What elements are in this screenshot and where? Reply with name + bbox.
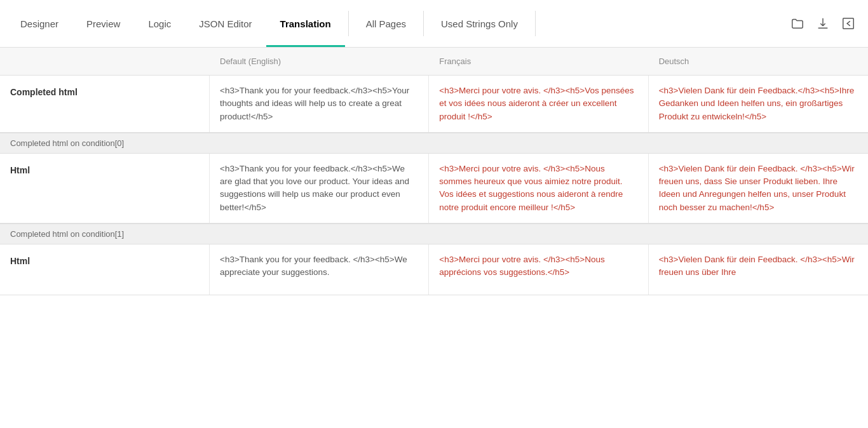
back-icon[interactable] [841, 17, 855, 30]
col-german: Deutsch [649, 53, 868, 70]
default-en-cell[interactable]: <h3>Thank you for your feedback.</h3><h5… [210, 76, 429, 132]
folder-icon[interactable] [790, 17, 804, 30]
download-icon[interactable] [816, 17, 830, 30]
nav-item-used-strings-only[interactable]: Used Strings Only [427, 0, 532, 47]
nav-divider-1 [348, 11, 349, 36]
field-name-cell: Html [0, 244, 210, 295]
german-cell[interactable]: <h3>Vielen Dank für dein Feedback. </h3>… [649, 154, 868, 223]
table-row: Html <h3>Thank you for your feedback.</h… [0, 154, 868, 224]
table-row: Completed html <h3>Thank you for your fe… [0, 76, 868, 133]
french-cell[interactable]: <h3>Merci pour votre avis. </h3><h5>Vos … [429, 76, 648, 132]
french-cell[interactable]: <h3>Merci pour votre avis. </h3><h5>Nous… [429, 154, 648, 223]
table-row: Html <h3>Thank you for your feedback. </… [0, 244, 868, 295]
nav-item-all-pages[interactable]: All Pages [352, 0, 420, 47]
nav-divider-3 [535, 11, 536, 36]
col-french: Français [429, 53, 648, 70]
nav-divider-2 [423, 11, 424, 36]
default-en-cell[interactable]: <h3>Thank you for your feedback. </h3><h… [210, 244, 429, 295]
section-label: Completed html on condition[0] [0, 133, 868, 154]
french-cell[interactable]: <h3>Merci pour votre avis. </h3><h5>Nous… [429, 244, 648, 295]
nav-item-json-editor[interactable]: JSON Editor [185, 0, 266, 47]
nav-item-logic[interactable]: Logic [134, 0, 185, 47]
nav-item-preview[interactable]: Preview [72, 0, 134, 47]
nav-icons [784, 17, 862, 30]
field-name-cell: Completed html [0, 76, 210, 132]
nav-item-designer[interactable]: Designer [6, 0, 72, 47]
svg-rect-0 [843, 18, 854, 29]
column-headers: Default (English) Français Deutsch [0, 48, 868, 76]
nav-item-translation[interactable]: Translation [266, 0, 345, 47]
default-en-cell[interactable]: <h3>Thank you for your feedback.</h3><h5… [210, 154, 429, 223]
german-cell[interactable]: <h3>Vielen Dank für dein Feedback.</h3><… [649, 76, 868, 132]
col-default-en: Default (English) [210, 53, 429, 70]
field-name-cell: Html [0, 154, 210, 223]
section-label: Completed html on condition[1] [0, 224, 868, 244]
german-cell[interactable]: <h3>Vielen Dank für dein Feedback. </h3>… [649, 244, 868, 295]
top-nav: Designer Preview Logic JSON Editor Trans… [0, 0, 868, 48]
col-label [0, 53, 210, 70]
table-body: Completed html <h3>Thank you for your fe… [0, 76, 868, 428]
